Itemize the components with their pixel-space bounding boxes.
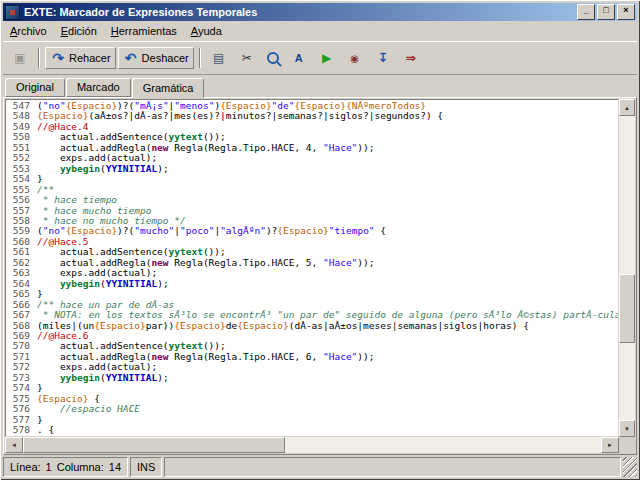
code-token: "no" xyxy=(43,100,66,111)
window-minimize-button[interactable]: _ xyxy=(577,4,595,20)
editor-panel: 547("no"{Espacio})?("mÃ¡s"|"menos"){Espa… xyxy=(3,97,637,455)
code-token: yytext xyxy=(169,246,203,257)
resize-grip[interactable] xyxy=(623,457,637,477)
line-column-indicator: Línea: 1 Columna: 14 xyxy=(3,457,128,477)
code-token: * hace tiempo xyxy=(37,194,117,205)
code-token: } xyxy=(37,288,43,299)
code-token: { xyxy=(88,393,99,404)
vertical-scroll-track[interactable] xyxy=(619,116,635,420)
code-token: exps.add(actual); xyxy=(37,267,157,278)
export-button[interactable]: ↧ xyxy=(370,47,396,69)
undo-button[interactable]: ↶Deshacer xyxy=(118,47,194,69)
search-icon xyxy=(267,52,279,64)
code-token: actual.addSentence( xyxy=(37,340,169,351)
code-token: ()); xyxy=(203,246,226,257)
cut-icon: ✂ xyxy=(239,50,255,66)
window-controls: _□× xyxy=(577,4,635,20)
column-value: 14 xyxy=(109,461,121,473)
run-button[interactable]: ▶ xyxy=(314,47,340,69)
code-token: )?( xyxy=(117,100,134,111)
code-token: * NOTA: en los textos sÃ³lo se encontrÃ³… xyxy=(37,309,619,320)
code-token: {Espacio} xyxy=(174,320,225,331)
scroll-up-button[interactable]: ▲ xyxy=(619,99,635,116)
code-text: yybegin(YYINITIAL); xyxy=(37,373,169,383)
code-token: {Espacio} xyxy=(277,225,328,236)
code-token: {NÃºmeroTodos} xyxy=(346,100,426,111)
code-line[interactable]: 568(miles|(un{Espacio}par)){Espacio}de{E… xyxy=(6,321,618,331)
tab-original[interactable]: Original xyxy=(5,78,65,97)
horizontal-scroll-track[interactable] xyxy=(23,437,601,453)
tab-gramática[interactable]: Gramática xyxy=(132,78,205,98)
code-token: //@Hace.5 xyxy=(37,236,88,247)
code-token xyxy=(37,278,60,289)
redo-icon: ↷ xyxy=(50,50,66,66)
menu-item-ayuda[interactable]: Ayuda xyxy=(184,23,229,39)
redo-button[interactable]: ↷Rehacer xyxy=(45,47,116,69)
code-line[interactable]: 548{Espacio}(aÃ±os?|dÃ-as?|mes(es)?|minu… xyxy=(6,111,618,121)
search-button[interactable] xyxy=(262,47,284,69)
cut-button[interactable]: ✂ xyxy=(234,47,260,69)
scroll-down-button[interactable]: ▼ xyxy=(619,420,635,437)
code-editor[interactable]: 547("no"{Espacio})?("mÃ¡s"|"menos"){Espa… xyxy=(5,99,619,437)
status-bar: Línea: 1 Columna: 14 INS xyxy=(3,457,637,477)
view-button[interactable]: ◉ xyxy=(342,47,368,69)
window-title: EXTE: Marcador de Expresiones Temporales xyxy=(24,6,577,18)
window-maximize-button[interactable]: □ xyxy=(597,4,615,20)
code-token: actual.addRegla( xyxy=(37,142,151,153)
menu-item-herramientas[interactable]: Herramientas xyxy=(104,23,184,39)
code-line[interactable]: 577} xyxy=(6,415,618,425)
code-text: ("no"{Espacio})?("mucho"|"poco"|"algÃºn"… xyxy=(37,226,386,236)
code-token xyxy=(37,372,60,383)
code-token: {Espacio} xyxy=(94,320,145,331)
line-number: 556 xyxy=(6,195,37,205)
redo-label: Rehacer xyxy=(69,52,111,64)
code-token: de xyxy=(226,320,237,331)
horizontal-scroll-thumb[interactable] xyxy=(23,437,285,453)
code-token: "no" xyxy=(43,225,66,236)
code-token: actual.addSentence( xyxy=(37,246,169,257)
vertical-scroll-thumb[interactable] xyxy=(619,274,635,343)
title-bar[interactable]: EXTE: Marcador de Expresiones Temporales… xyxy=(3,3,637,21)
line-value: 1 xyxy=(46,461,52,473)
code-token: exps.add(actual); xyxy=(37,361,157,372)
app-window: { "window": { "title": "EXTE: Marcador d… xyxy=(0,0,640,480)
window-close-button[interactable]: × xyxy=(617,4,635,20)
code-line[interactable]: 564 yybegin(YYINITIAL); xyxy=(6,279,618,289)
tab-marcado[interactable]: Marcado xyxy=(66,78,131,97)
vertical-scrollbar[interactable]: ▲ ▼ xyxy=(619,99,635,437)
scroll-right-button[interactable]: ► xyxy=(601,437,619,453)
code-token: )); xyxy=(357,351,374,362)
code-token: "Hace" xyxy=(323,142,357,153)
code-text: //espacio HACE xyxy=(37,404,140,414)
menu-item-edición[interactable]: Edición xyxy=(54,23,104,39)
code-line[interactable]: 559("no"{Espacio})?("mucho"|"poco"|"algÃ… xyxy=(6,226,618,236)
code-token: "menos" xyxy=(174,100,214,111)
code-token: * hace no mucho tiempo */ xyxy=(37,215,186,226)
code-token: YYINITIAL xyxy=(106,278,157,289)
horizontal-scrollbar[interactable]: ◄ ► xyxy=(5,437,619,453)
code-line[interactable]: 554} xyxy=(6,174,618,184)
code-line[interactable]: 576 //espacio HACE xyxy=(6,404,618,414)
code-token: )?( xyxy=(117,225,134,236)
code-text: {Espacio}(aÃ±os?|dÃ-as?|mes(es)?|minutos… xyxy=(37,111,443,121)
app-icon[interactable] xyxy=(5,5,20,20)
code-token: actual.addSentence( xyxy=(37,131,169,142)
code-token: )); xyxy=(357,142,374,153)
copy-icon: ▤ xyxy=(211,50,227,66)
code-token: (dÃ-as|aÃ±os|meses|semanas|siglos|horas)… xyxy=(289,320,529,331)
code-token: {Espacio} xyxy=(66,225,117,236)
scroll-left-button[interactable]: ◄ xyxy=(5,437,23,453)
code-token: yybegin xyxy=(60,372,100,383)
find-text-button[interactable]: A xyxy=(286,47,312,69)
code-line[interactable]: 573 yybegin(YYINITIAL); xyxy=(6,373,618,383)
code-token: } xyxy=(37,382,43,393)
code-text: (miles|(un{Espacio}par)){Espacio}de{Espa… xyxy=(37,321,529,331)
code-token: Regla(Regla.Tipo.HACE, 4, xyxy=(169,142,323,153)
code-line[interactable]: 553 yybegin(YYINITIAL); xyxy=(6,164,618,174)
exit-button[interactable]: ⇒ xyxy=(398,47,424,69)
code-token: Regla(Regla.Tipo.HACE, 6, xyxy=(169,351,323,362)
export-icon: ↧ xyxy=(375,50,391,66)
code-token: "Hace" xyxy=(323,351,357,362)
menu-item-archivo[interactable]: Archivo xyxy=(3,23,54,39)
copy-button[interactable]: ▤ xyxy=(206,47,232,69)
